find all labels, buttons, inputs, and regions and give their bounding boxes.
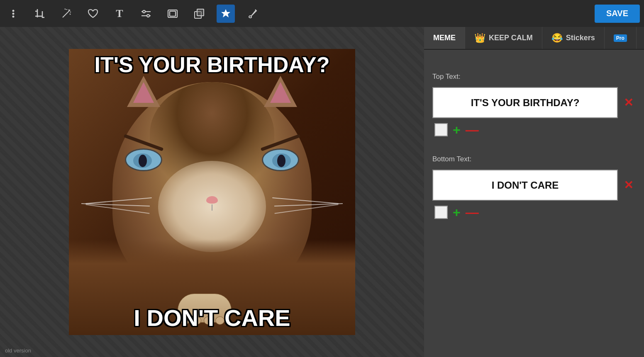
svg-line-7 xyxy=(68,10,69,10)
keep-calm-icon: 👑 xyxy=(474,33,485,44)
favorite-button[interactable] xyxy=(84,5,102,23)
adjustment-button[interactable] xyxy=(137,5,155,23)
magic-wand-button[interactable] xyxy=(57,5,76,23)
crop-button[interactable] xyxy=(31,5,49,23)
tab-keep-calm-label: KEEP CALM xyxy=(489,34,533,42)
meme-image xyxy=(69,49,355,335)
tab-meme-label: MEME xyxy=(433,34,456,42)
main-area: IT'S YOUR BIRTHDAY? I DON'T CARE old ver… xyxy=(0,27,644,357)
tab-stickers-label: Stickers xyxy=(566,34,595,42)
panel-content: Top Text: ✕ + — Bottom Text: ✕ + — xyxy=(424,50,644,227)
top-text-controls: + — xyxy=(432,123,636,136)
meme-button[interactable] xyxy=(217,5,235,23)
svg-line-10 xyxy=(65,9,66,10)
tab-meme[interactable]: MEME xyxy=(424,27,465,49)
canvas-area: IT'S YOUR BIRTHDAY? I DON'T CARE old ver… xyxy=(0,27,424,357)
save-button[interactable]: SAVE xyxy=(595,5,640,23)
svg-point-2 xyxy=(12,15,15,17)
more-options-button[interactable] xyxy=(4,5,22,23)
tab-keep-calm[interactable]: 👑 KEEP CALM xyxy=(465,27,542,49)
svg-rect-16 xyxy=(170,11,176,16)
bottom-text-controls: + — xyxy=(432,206,636,219)
svg-line-9 xyxy=(70,14,71,15)
frame-button[interactable] xyxy=(163,5,182,23)
bottom-section-spacer xyxy=(432,141,636,151)
tab-stickers[interactable]: 😂 Stickers xyxy=(542,27,605,49)
svg-line-4 xyxy=(63,12,68,17)
pro-badge: Pro xyxy=(614,34,627,42)
top-text-input[interactable] xyxy=(432,87,618,118)
top-text-input-row: ✕ xyxy=(432,87,636,118)
toolbar: T SAVE xyxy=(0,0,644,27)
bottom-text-size-increase[interactable]: + xyxy=(453,206,461,219)
svg-point-12 xyxy=(143,10,145,13)
top-text-color-swatch[interactable] xyxy=(434,123,448,136)
version-badge: old version xyxy=(5,347,31,354)
bottom-text-label: Bottom Text: xyxy=(432,155,636,163)
meme-canvas: IT'S YOUR BIRTHDAY? I DON'T CARE xyxy=(69,49,355,335)
top-text-size-increase[interactable]: + xyxy=(453,123,461,136)
tab-pro[interactable]: Pro xyxy=(605,27,637,49)
text-button[interactable]: T xyxy=(110,5,129,23)
svg-marker-19 xyxy=(221,9,230,17)
brush-button[interactable] xyxy=(243,5,261,23)
svg-rect-18 xyxy=(197,9,204,16)
svg-point-14 xyxy=(147,15,149,17)
bottom-text-input-row: ✕ xyxy=(432,170,636,201)
bottom-text-size-decrease[interactable]: — xyxy=(466,206,479,219)
meme-bottom-text: I DON'T CARE xyxy=(69,305,355,331)
top-text-delete-button[interactable]: ✕ xyxy=(621,95,636,110)
svg-point-1 xyxy=(12,12,15,15)
bottom-text-input[interactable] xyxy=(432,170,618,201)
overlay-button[interactable] xyxy=(190,5,208,23)
right-panel: MEME 👑 KEEP CALM 😂 Stickers Pro Top Text… xyxy=(424,27,644,357)
top-section-spacer xyxy=(432,58,636,68)
top-text-label: Top Text: xyxy=(432,73,636,81)
top-text-size-decrease[interactable]: — xyxy=(466,123,479,136)
stickers-icon: 😂 xyxy=(551,33,563,44)
bottom-text-color-swatch[interactable] xyxy=(434,206,448,219)
panel-tabs: MEME 👑 KEEP CALM 😂 Stickers Pro xyxy=(424,27,644,50)
svg-point-0 xyxy=(12,10,15,12)
bottom-text-delete-button[interactable]: ✕ xyxy=(621,178,636,193)
meme-top-text: IT'S YOUR BIRTHDAY? xyxy=(69,53,355,77)
